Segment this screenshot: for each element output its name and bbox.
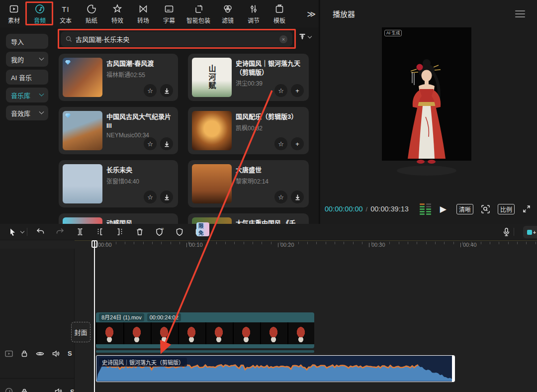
tab-captions[interactable]: 字幕 [156, 3, 182, 24]
download-button[interactable] [291, 191, 304, 203]
video-clip[interactable]: 8月24日 (1).mov 00:00:24:02 [96, 312, 314, 348]
favorite-star-button[interactable]: ☆ [144, 191, 157, 203]
music-card[interactable]: 古风国潮-春风渡 福林斯通02:55 ☆ [59, 54, 178, 101]
tab-templates[interactable]: 模板 [267, 3, 292, 24]
solo-track-button[interactable]: S [68, 350, 72, 357]
media-panel: 素材 音频 TI 文本 贴纸 特效 [0, 0, 320, 224]
tab-label: 模板 [273, 16, 285, 24]
player-menu-icon[interactable] [515, 10, 525, 17]
add-to-timeline-button[interactable]: + [291, 137, 304, 150]
tab-text[interactable]: TI 文本 [53, 3, 79, 24]
audio-sidebar: 导入 我的 AI 音乐 音乐库 音效库 [0, 27, 55, 224]
audio-level-meter-icon[interactable] [420, 203, 431, 215]
solo-track-button[interactable]: S [70, 388, 75, 392]
music-thumbnail [63, 217, 102, 224]
favorite-star-button[interactable]: ☆ [274, 84, 287, 97]
svg-text:AI: AI [161, 227, 164, 230]
expand-tabs-button[interactable]: ≫ [307, 9, 315, 19]
smart-mask-ai-button[interactable]: AI [150, 227, 170, 237]
search-icon [66, 36, 72, 42]
cursor-options-chevron-icon[interactable] [20, 229, 24, 233]
add-track-button[interactable]: + [523, 226, 537, 238]
music-card[interactable]: 大唐盛世 黎家明02:14 ☆ [188, 160, 309, 207]
sidebar-item-mine[interactable]: 我的 [6, 52, 48, 67]
thumbnail-calligraphy-text: 山河赋 [192, 58, 232, 97]
text-to-clip-button[interactable]: 限免 [189, 227, 209, 237]
music-card[interactable]: 动感国风 [59, 213, 178, 224]
tab-filters[interactable]: 滤镜 [215, 3, 241, 24]
tab-media[interactable]: 素材 [1, 3, 27, 24]
clip-trim-handle[interactable] [452, 356, 454, 382]
lock-track-icon[interactable] [21, 350, 28, 357]
preview-zoom-icon[interactable] [481, 204, 490, 214]
record-voiceover-button[interactable] [502, 227, 511, 237]
download-button[interactable] [160, 137, 173, 150]
mask-button[interactable] [170, 227, 189, 237]
music-artist: 黎家明02:14 [236, 177, 305, 185]
ratio-button[interactable]: 比例 [498, 204, 515, 214]
tab-effects[interactable]: 特效 [104, 3, 130, 24]
mute-track-speaker-icon[interactable] [55, 388, 62, 392]
timeline-ruler[interactable]: 00:00 00:10 00:20 00:30 00:40 [75, 240, 537, 249]
track-color-swatch-icon [527, 230, 532, 235]
music-card[interactable]: 山河赋 史诗国风｜银河落九天（剪辑版） 洪尘00:39 ☆ + [188, 54, 309, 101]
download-button[interactable] [160, 191, 173, 203]
music-thumbnail [192, 164, 232, 203]
sidebar-item-ai-music[interactable]: AI 音乐 [6, 70, 48, 85]
ruler-label: 00:20 [278, 242, 294, 248]
add-to-timeline-button[interactable]: + [291, 84, 304, 97]
favorite-star-button[interactable]: ☆ [274, 137, 287, 150]
quality-button[interactable]: 清晰 [456, 204, 473, 214]
music-card[interactable]: 中国风古风大气纪录片III NEYMusic00:34 ☆ [59, 107, 178, 154]
hide-track-eye-icon[interactable] [36, 351, 44, 357]
play-button[interactable]: ▶ [440, 204, 447, 214]
mute-track-speaker-icon[interactable] [52, 350, 60, 357]
transition-icon [138, 3, 149, 14]
tab-audio[interactable]: 音频 [27, 3, 53, 24]
sidebar-item-sfx-library[interactable]: 音效库 [6, 105, 48, 120]
playhead-line[interactable] [94, 240, 95, 392]
tab-adjust[interactable]: 调节 [241, 3, 267, 24]
music-thumbnail [63, 164, 102, 203]
delete-button[interactable] [130, 227, 150, 237]
vip-diamond-icon [65, 60, 71, 65]
lock-track-icon[interactable] [21, 388, 28, 392]
favorite-star-button[interactable]: ☆ [274, 191, 287, 203]
tab-label: 音频 [34, 16, 46, 24]
music-card[interactable]: 国风配乐（剪辑版3） 凯枫00:32 ☆ + [188, 107, 309, 154]
audio-clip[interactable]: 史诗国风｜银河落九天（剪辑版） [96, 355, 455, 382]
tab-label: 调节 [248, 16, 260, 24]
music-title: 国风配乐（剪辑版3） [236, 112, 305, 121]
trim-right-button[interactable] [110, 227, 130, 237]
undo-button[interactable] [30, 227, 50, 237]
sort-filter-button[interactable] [298, 33, 311, 41]
tab-transition[interactable]: 转场 [130, 3, 156, 24]
sidebar-item-import[interactable]: 导入 [6, 34, 48, 49]
toolbar-divider [27, 228, 27, 236]
tab-sticker[interactable]: 贴纸 [79, 3, 104, 24]
favorite-star-button[interactable]: ☆ [144, 84, 157, 97]
favorite-star-button[interactable]: ☆ [144, 137, 157, 150]
search-value: 古风国潮-长乐未央 [76, 34, 279, 44]
video-clip-header: 8月24日 (1).mov 00:00:24:02 [96, 312, 314, 322]
fullscreen-icon[interactable] [522, 204, 531, 213]
cover-button[interactable]: 封面 [71, 322, 90, 342]
cover-label: 封面 [74, 327, 87, 337]
clear-search-icon[interactable]: × [279, 35, 287, 43]
tab-smart-package[interactable]: 智能包装 [182, 3, 215, 24]
download-button[interactable] [160, 84, 173, 97]
music-thumbnail [63, 58, 102, 97]
sidebar-item-music-library[interactable]: 音乐库 [6, 88, 48, 102]
select-cursor-button[interactable] [5, 227, 20, 236]
search-input[interactable]: 古风国潮-长乐未央 × [61, 31, 292, 47]
video-linked-audio-bar [96, 350, 314, 353]
video-preview[interactable]: AI 生成 [382, 27, 471, 182]
redo-button[interactable] [50, 227, 70, 237]
timeline-toolbar: AI 限免 + [0, 224, 537, 240]
split-clip-button[interactable] [70, 227, 90, 237]
music-title: 长乐未央 [106, 166, 174, 175]
ai-generated-badge: AI 生成 [384, 30, 402, 36]
music-card[interactable]: 长乐未央 张窗惜04:40 ☆ [59, 160, 178, 207]
trim-left-button[interactable] [90, 227, 110, 237]
sticker-icon [86, 3, 97, 14]
